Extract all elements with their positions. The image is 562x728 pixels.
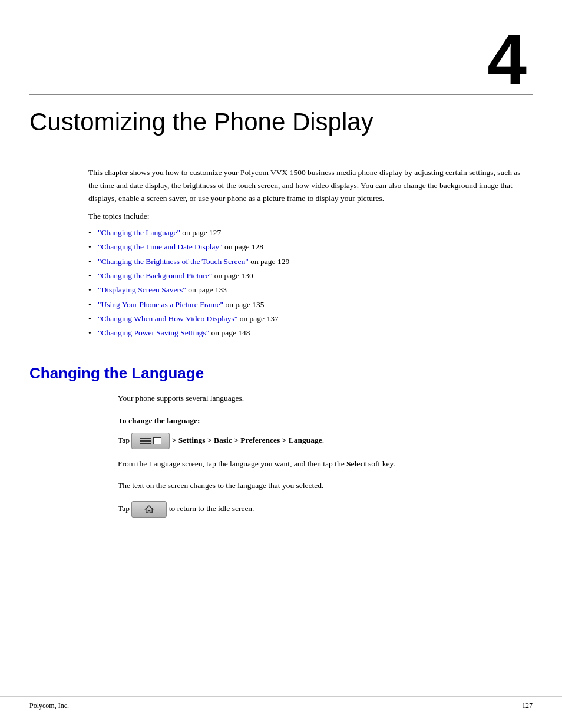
step1-period: .: [322, 436, 324, 444]
intro-paragraph: This chapter shows you how to customize …: [88, 166, 527, 205]
link-power-saving[interactable]: "Changing Power Saving Settings": [98, 328, 209, 337]
page-footer: Polycom, Inc. 127: [0, 696, 562, 710]
link-video[interactable]: "Changing When and How Video Displays": [98, 314, 237, 323]
section-heading: Changing the Language: [29, 364, 533, 383]
step-2: From the Language screen, tap the langua…: [118, 457, 497, 471]
link-screensavers[interactable]: "Displaying Screen Savers": [98, 285, 186, 294]
step1-pre: Tap: [118, 436, 130, 444]
page-ref-2: on page 128: [223, 242, 263, 251]
list-item: "Changing the Time and Date Display" on …: [88, 240, 527, 254]
topics-label: The topics include:: [88, 212, 527, 221]
section-changing-language: Changing the Language Your phone support…: [29, 364, 533, 518]
list-item: "Changing the Brightness of the Touch Sc…: [88, 255, 527, 269]
step4-post: to return to the idle screen.: [169, 504, 254, 513]
page-ref-1: on page 127: [180, 228, 221, 237]
link-brightness[interactable]: "Changing the Brightness of the Touch Sc…: [98, 257, 249, 266]
section-intro: Your phone supports several languages.: [118, 392, 497, 405]
menu-line-3: [140, 443, 151, 444]
list-item: "Changing Power Saving Settings" on page…: [88, 326, 527, 340]
step-4: Tap to return to the idle screen.: [118, 501, 497, 518]
menu-line-2: [140, 440, 151, 442]
page-ref-5: on page 133: [186, 285, 227, 294]
step2-post: soft key.: [368, 459, 395, 468]
chapter-title: Customizing the Phone Display: [29, 107, 533, 137]
page-ref-4: on page 130: [212, 271, 253, 280]
list-item: "Changing the Background Picture" on pag…: [88, 269, 527, 283]
procedure-heading: To change the language:: [118, 416, 497, 426]
step4-pre: Tap: [118, 504, 130, 513]
list-item: "Changing the Language" on page 127: [88, 226, 527, 240]
list-item: "Using Your Phone as a Picture Frame" on…: [88, 298, 527, 312]
step2-bold: Select: [346, 459, 366, 468]
chapter-number: 4: [487, 19, 527, 98]
step-1: Tap > Settings > Basic > Preferences > L…: [118, 433, 497, 449]
menu-lines: [140, 438, 151, 444]
menu-button-icon[interactable]: [131, 433, 170, 449]
page-ref-7: on page 137: [237, 314, 278, 323]
chapter-number-area: 4: [0, 0, 562, 94]
step1-path: > Settings > Basic > Preferences > Langu…: [172, 436, 322, 444]
intro-block: This chapter shows you how to customize …: [88, 166, 527, 340]
step2-text: From the Language screen, tap the langua…: [118, 459, 345, 468]
page-ref-6: on page 135: [223, 300, 264, 309]
link-time-date[interactable]: "Changing the Time and Date Display": [98, 242, 223, 251]
home-icon-svg: [144, 504, 154, 515]
page-ref-8: on page 148: [209, 328, 250, 337]
list-item: "Displaying Screen Savers" on page 133: [88, 283, 527, 297]
link-language[interactable]: "Changing the Language": [98, 228, 180, 237]
home-button-icon[interactable]: [131, 501, 167, 518]
menu-line-1: [140, 438, 151, 439]
list-item: "Changing When and How Video Displays" o…: [88, 312, 527, 326]
chapter-divider: [29, 94, 533, 95]
step-3: The text on the screen changes to the la…: [118, 479, 497, 493]
page-container: 4 Customizing the Phone Display This cha…: [0, 0, 562, 728]
link-background[interactable]: "Changing the Background Picture": [98, 271, 212, 280]
footer-company: Polycom, Inc.: [29, 701, 69, 710]
topics-list: "Changing the Language" on page 127 "Cha…: [88, 226, 527, 340]
footer-page-number: 127: [522, 701, 533, 710]
step3-text: The text on the screen changes to the la…: [118, 481, 323, 490]
section-body: Your phone supports several languages. T…: [118, 392, 497, 518]
link-picture-frame[interactable]: "Using Your Phone as a Picture Frame": [98, 300, 223, 309]
page-ref-3: on page 129: [249, 257, 289, 266]
menu-square: [153, 437, 161, 444]
